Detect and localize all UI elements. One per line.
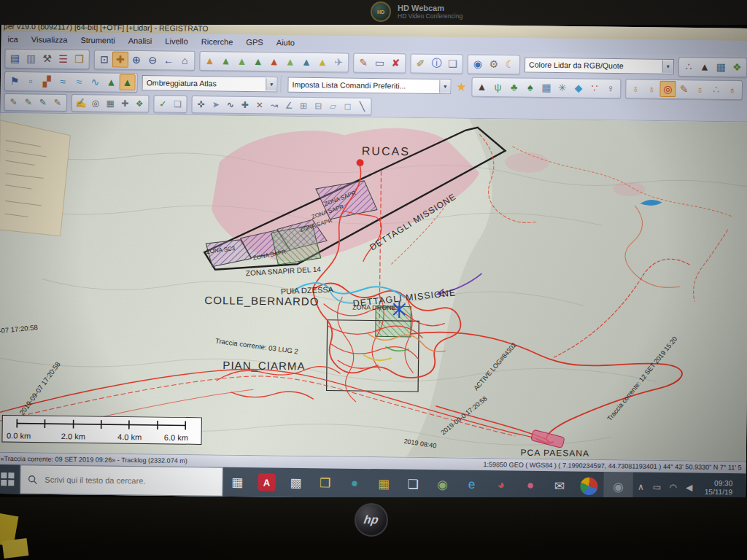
move-node-icon[interactable]: ✜	[193, 98, 208, 112]
grass-icon[interactable]: ψ	[489, 79, 506, 95]
atlas-2-icon[interactable]: ▲	[119, 74, 135, 90]
pink-app-icon[interactable]: ●	[516, 471, 546, 497]
back-view-icon[interactable]: ←	[160, 52, 177, 68]
fly-mode-icon[interactable]: ✈	[330, 54, 347, 70]
copy-shape-icon[interactable]: ▱	[325, 99, 340, 113]
waypoint-draw-icon[interactable]: ✎	[676, 81, 692, 97]
favorites-star-icon[interactable]: ★	[453, 78, 469, 94]
item[interactable]: Livello	[158, 36, 195, 46]
search-input[interactable]	[43, 475, 222, 487]
tree-icon[interactable]: ♠	[522, 79, 538, 95]
slope-shade-icon[interactable]: ▞	[39, 73, 55, 89]
info-icon[interactable]: ⓘ	[428, 55, 444, 71]
item[interactable]: Visualizza	[25, 35, 74, 44]
task-view-icon[interactable]: ▦	[222, 467, 252, 497]
item[interactable]: Strumenti	[74, 36, 121, 45]
lidar-mountain-icon[interactable]: ▲	[697, 58, 713, 74]
dem-icon[interactable]: ▲	[201, 52, 217, 69]
relief-icon[interactable]: ▲	[266, 53, 282, 69]
thumbnail-icon[interactable]: ▫	[23, 73, 39, 89]
select-area-icon[interactable]: ▭	[371, 55, 387, 71]
draw-area-icon[interactable]: ✎	[50, 96, 65, 109]
bush-icon[interactable]: ♣	[506, 79, 522, 95]
lidar-points-icon[interactable]: ∴	[681, 58, 697, 74]
folder-icon[interactable]: ❒	[71, 51, 88, 67]
item[interactable]: GPS	[239, 38, 270, 47]
flow-icon[interactable]: ∿	[87, 74, 103, 90]
join-line-icon[interactable]: ↝	[267, 98, 282, 112]
slope-icon[interactable]: ▲	[233, 53, 249, 69]
split-line-icon[interactable]: ∠	[282, 98, 296, 112]
books-icon[interactable]: ☰	[55, 51, 71, 67]
delete-node-icon[interactable]: ✕	[252, 98, 267, 112]
measure-icon[interactable]: ✐	[412, 55, 428, 71]
map-canvas[interactable]: RUCAS DETTAGLI MISSIONE DETTAGLI MISSION…	[0, 113, 747, 461]
home-view-icon[interactable]: ⌂	[177, 52, 193, 69]
night-mode-icon[interactable]: ☾	[502, 56, 518, 72]
save-icon[interactable]: ▤	[7, 50, 23, 66]
wrench-icon[interactable]: ⚒	[39, 50, 55, 66]
find-doc-icon[interactable]: ❏	[445, 55, 461, 71]
waypoint-add-icon[interactable]: ♁	[643, 81, 659, 97]
chevron-down-icon[interactable]: ▾	[266, 78, 276, 90]
chevron-up-icon[interactable]: ∧	[632, 482, 649, 492]
key-icon[interactable]: ♀	[603, 80, 619, 96]
snap-target-icon[interactable]: ◎	[88, 96, 103, 110]
freehand-icon[interactable]: ∿	[223, 98, 238, 112]
pan-icon[interactable]: ✚	[112, 51, 128, 67]
mountain-icon[interactable]: ▲	[473, 79, 489, 95]
taskbar-clock[interactable]: 09:30 15/11/19	[699, 479, 739, 497]
folder-icon[interactable]: ❒	[311, 468, 341, 497]
volume-icon[interactable]: ◀	[681, 482, 697, 492]
draw-route-icon[interactable]: ✎	[21, 96, 36, 109]
chevron-down-icon[interactable]: ▾	[662, 60, 673, 72]
draw-waypoint-icon[interactable]: ✎	[36, 96, 50, 109]
sphere-app-icon[interactable]: ●	[340, 469, 370, 497]
item[interactable]: ica	[1, 35, 25, 44]
waypoint-icon[interactable]: ♁	[627, 80, 643, 96]
zoom-window-icon[interactable]: ⊡	[96, 51, 112, 67]
flag-icon[interactable]: ⚑	[7, 73, 23, 89]
ortho-icon[interactable]: ▲	[314, 54, 330, 70]
taskbar-search[interactable]	[20, 464, 223, 497]
confirm-icon[interactable]: ✓	[155, 97, 170, 111]
favorite-commands-dropdown[interactable]: Imposta Lista Comandi Preferiti... ▾	[287, 77, 451, 94]
waypoint-move-icon[interactable]: ♁	[692, 81, 708, 97]
profile-icon[interactable]: ▲	[298, 54, 314, 70]
paste-shape-icon[interactable]: ◻	[340, 99, 355, 113]
file-app-icon[interactable]: ❏	[398, 470, 428, 497]
photos-icon[interactable]: ▩	[281, 468, 311, 497]
item[interactable]: Ricerche	[195, 37, 240, 47]
chevron-down-icon[interactable]: ▾	[439, 80, 450, 93]
lidar-classify-icon[interactable]: ❖	[729, 59, 745, 75]
wifi-icon[interactable]: ◠	[665, 482, 681, 492]
shading-dropdown[interactable]: Ombreggiatura Atlas ▾	[142, 75, 278, 92]
fill-style-icon[interactable]: ❖	[132, 97, 147, 111]
edge-icon[interactable]: e	[457, 470, 487, 497]
track-dots-icon[interactable]: ∵	[587, 80, 603, 96]
battery-icon[interactable]: ▭	[649, 482, 665, 492]
item[interactable]: Analisi	[122, 36, 159, 46]
edit-select-icon[interactable]: ❏	[170, 97, 185, 111]
water-icon[interactable]: ≈	[55, 74, 71, 90]
water-drop-icon[interactable]: ◆	[570, 79, 587, 96]
digitize-icon[interactable]: ✍	[74, 96, 88, 110]
water-level-icon[interactable]: ≈	[71, 74, 87, 90]
mail-icon[interactable]: ✉	[545, 471, 575, 497]
map-app-icon[interactable]: ◉	[427, 470, 457, 497]
link-icon[interactable]: ⊞	[296, 98, 311, 112]
item[interactable]: Aiuto	[270, 38, 301, 47]
image-icon[interactable]: ▥	[23, 50, 39, 66]
grid-app-icon[interactable]: ▦	[369, 469, 399, 497]
waypoint-del-icon[interactable]: ♁	[724, 82, 740, 98]
watershed-icon[interactable]: ▲	[282, 53, 298, 69]
rotate-node-icon[interactable]: ➤	[209, 98, 223, 112]
center-target-icon[interactable]: ◎	[659, 81, 676, 97]
move-all-icon[interactable]: ✚	[238, 98, 252, 112]
settings-gear-icon[interactable]: ⚙	[486, 56, 502, 72]
start-button[interactable]	[0, 464, 20, 494]
contour-icon[interactable]: ▲	[250, 53, 266, 69]
draw-track-icon[interactable]: ✎	[6, 95, 20, 109]
antenna-icon[interactable]: ✳	[554, 79, 570, 96]
atlas-1-icon[interactable]: ▲	[103, 74, 119, 90]
